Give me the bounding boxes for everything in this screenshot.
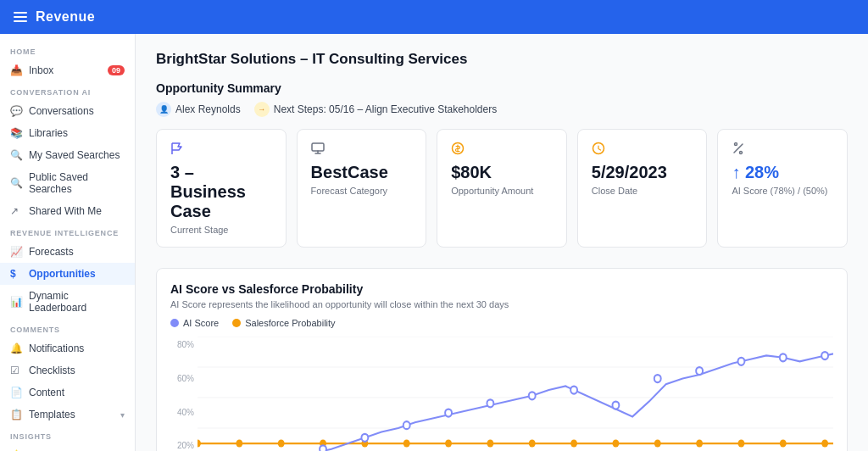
ai-dot	[487, 399, 493, 407]
clock-icon	[592, 142, 693, 158]
legend-sf-prob: Salesforce Probability	[232, 318, 335, 328]
sidebar-label-conversations: Conversations	[29, 105, 94, 117]
sidebar-item-opportunities[interactable]: $ Opportunities	[0, 263, 135, 285]
logo-icon	[102, 10, 115, 24]
template-icon: 📋	[10, 409, 22, 420]
main-content: BrightStar Solutions – IT Consulting Ser…	[136, 34, 868, 451]
ai-dot	[780, 354, 787, 361]
card-amount-value: $80K	[451, 163, 553, 182]
ai-dot	[821, 352, 828, 359]
legend-sf-dot	[232, 319, 241, 327]
sidebar-label-public-saved-searches: Public Saved Searches	[29, 171, 125, 195]
sidebar: HOME 📥 Inbox 09 CONVERSATION AI 💬 Conver…	[0, 34, 136, 451]
public-search-icon: 🔍	[10, 177, 22, 189]
y-tick-60: 60%	[170, 374, 194, 383]
sidebar-item-etiquette[interactable]: ⭐ Etiquette ▾	[0, 444, 135, 451]
app-name: Revenue	[36, 9, 95, 25]
sidebar-section-revenue-intelligence: REVENUE INTELLIGENCE	[0, 222, 135, 241]
sidebar-label-opportunities: Opportunities	[29, 268, 96, 280]
summary-cards: 3 – Business Case Current Stage BestCase…	[156, 129, 848, 248]
card-forecast-label: Forecast Category	[311, 186, 413, 196]
sidebar-item-notifications[interactable]: 🔔 Notifications	[0, 337, 135, 359]
ai-dot	[570, 387, 577, 394]
ai-dot	[403, 421, 410, 429]
user-row: 👤 Alex Reynolds → Next Steps: 05/16 – Al…	[156, 102, 848, 117]
sidebar-item-dynamic-leaderboard[interactable]: 📊 Dynamic Leaderboard	[0, 285, 135, 319]
y-tick-20: 20%	[170, 441, 194, 450]
opportunity-summary-title: Opportunity Summary	[156, 81, 848, 95]
user-name: Alex Reynolds	[175, 103, 241, 115]
sidebar-section-comments: COMMENTS	[0, 319, 135, 337]
legend-ai-label: AI Score	[183, 318, 219, 328]
sidebar-item-templates[interactable]: 📋 Templates ▾	[0, 404, 135, 426]
sidebar-section-home: HOME	[0, 41, 135, 59]
chart-subtitle: AI Score represents the likelihood an op…	[170, 299, 833, 309]
monitor-icon	[311, 142, 413, 158]
sidebar-item-conversations[interactable]: 💬 Conversations	[0, 100, 135, 122]
sidebar-label-inbox: Inbox	[29, 64, 53, 76]
y-axis: 80% 60% 40% 20% 0%	[170, 337, 194, 451]
chart-icon: 📈	[10, 246, 22, 258]
card-ai-score-value: ↑ 28%	[732, 163, 833, 182]
legend-sf-label: Salesforce Probability	[245, 318, 335, 328]
card-current-stage: 3 – Business Case Current Stage	[156, 129, 287, 248]
sidebar-item-checklists[interactable]: ☑ Checklists	[0, 359, 135, 381]
sidebar-item-libraries[interactable]: 📚 Libraries	[0, 122, 135, 144]
flag-icon	[170, 142, 272, 158]
sf-dot	[529, 440, 536, 448]
svg-rect-0	[312, 143, 324, 151]
chart-svg	[198, 337, 833, 451]
ai-dot	[654, 375, 661, 382]
percent-icon	[732, 142, 833, 158]
sidebar-item-forecasts[interactable]: 📈 Forecasts	[0, 241, 135, 263]
ai-dot	[612, 402, 619, 409]
sidebar-label-forecasts: Forecasts	[29, 246, 74, 258]
bell-icon: 🔔	[10, 342, 22, 354]
sf-dot	[403, 440, 410, 448]
sf-dot	[570, 440, 577, 448]
content-icon: 📄	[10, 387, 22, 398]
sidebar-label-my-saved-searches: My Saved Searches	[29, 149, 120, 161]
avatar: 👤	[156, 102, 171, 117]
ai-dot	[738, 358, 745, 365]
ai-dot	[445, 409, 452, 417]
sidebar-label-checklists: Checklists	[29, 365, 75, 376]
sidebar-section-insights: INSIGHTS	[0, 426, 135, 444]
share-icon: ↗	[10, 205, 22, 217]
top-nav: Revenue	[0, 0, 868, 34]
card-opportunity-amount: $80K Opportunity Amount	[437, 129, 567, 248]
sidebar-item-content[interactable]: 📄 Content	[0, 381, 135, 404]
sf-dot	[696, 440, 703, 448]
card-stage-label: Current Stage	[170, 225, 272, 235]
card-date-label: Close Date	[592, 186, 693, 196]
inbox-icon: 📥	[10, 64, 22, 76]
card-amount-label: Opportunity Amount	[451, 186, 553, 196]
chart-area: April 2, 2023 April 9, 2023 April 16, 20…	[198, 337, 833, 451]
legend-ai-score: AI Score	[170, 318, 219, 328]
card-stage-value: 3 – Business Case	[170, 163, 272, 221]
y-tick-40: 40%	[170, 408, 194, 417]
sidebar-label-templates: Templates	[29, 409, 75, 420]
sidebar-section-conversation-ai: CONVERSATION AI	[0, 81, 135, 100]
sidebar-label-libraries: Libraries	[29, 127, 68, 139]
card-ai-score-label: AI Score (78%) / (50%)	[732, 186, 833, 196]
next-steps-chip: → Next Steps: 05/16 – Align Executive St…	[254, 102, 498, 117]
ai-score-line	[198, 354, 833, 451]
sf-dot	[278, 440, 285, 448]
sidebar-item-my-saved-searches[interactable]: 🔍 My Saved Searches	[0, 144, 135, 166]
sidebar-label-notifications: Notifications	[29, 342, 84, 354]
sf-dot	[738, 440, 745, 448]
inbox-badge: 09	[108, 65, 125, 75]
sf-dot	[612, 440, 619, 448]
library-icon: 📚	[10, 127, 22, 139]
sf-dot	[445, 440, 452, 448]
y-tick-80: 80%	[170, 340, 194, 349]
page-title: BrightStar Solutions – IT Consulting Ser…	[156, 51, 848, 68]
sf-dot	[780, 440, 787, 448]
sidebar-item-public-saved-searches[interactable]: 🔍 Public Saved Searches	[0, 166, 135, 200]
hamburger-menu[interactable]	[14, 12, 27, 22]
sidebar-item-shared-with-me[interactable]: ↗ Shared With Me	[0, 200, 135, 222]
chart-legend: AI Score Salesforce Probability	[170, 318, 833, 328]
chart-title: AI Score vs Salesforce Probability	[170, 282, 833, 296]
sidebar-item-inbox[interactable]: 📥 Inbox 09	[0, 59, 135, 81]
